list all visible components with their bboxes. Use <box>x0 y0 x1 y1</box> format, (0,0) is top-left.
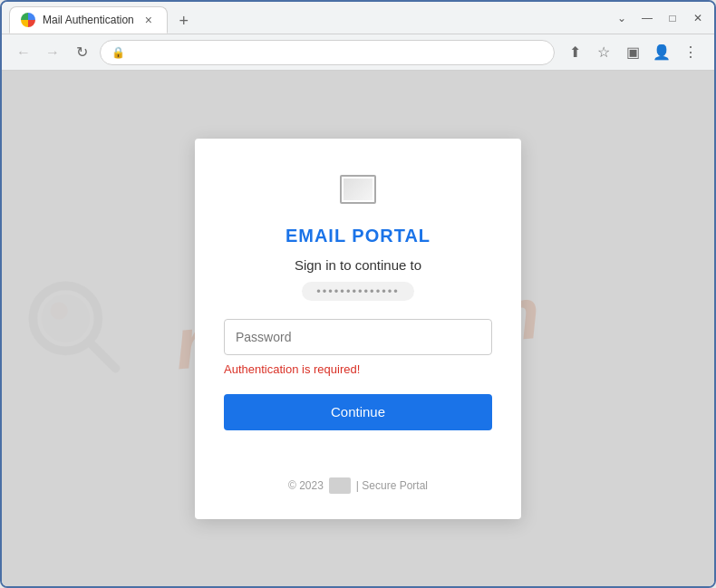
browser-window: Mail Authentication × + ⌄ — □ ✕ ← → ↻ 🔒 … <box>0 0 716 588</box>
active-tab[interactable]: Mail Authentication × <box>9 6 168 34</box>
reload-icon: ↻ <box>76 43 88 61</box>
new-tab-button[interactable]: + <box>171 8 197 34</box>
footer-copyright: © 2023 <box>288 479 324 492</box>
address-bar: ← → ↻ 🔒 ⬆ ☆ ▣ 👤 ⋮ <box>2 34 714 71</box>
toolbar-icons: ⬆ ☆ ▣ 👤 ⋮ <box>562 40 703 65</box>
bookmark-icon[interactable]: ☆ <box>591 40 616 65</box>
login-modal: EMAIL PORTAL Sign in to continue to ••••… <box>195 139 521 519</box>
tabs-area: Mail Authentication × + <box>9 2 613 34</box>
email-display: •••••••••••••• <box>302 282 414 301</box>
svg-point-1 <box>42 294 90 342</box>
footer-suffix: | Secure Portal <box>356 479 428 492</box>
profile-icon[interactable]: 👤 <box>649 40 674 65</box>
password-input[interactable] <box>224 319 492 355</box>
close-button[interactable]: ✕ <box>689 12 707 24</box>
tab-title: Mail Authentication <box>43 14 134 26</box>
sidebar-icon[interactable]: ▣ <box>620 40 645 65</box>
maximize-button[interactable]: □ <box>663 12 682 24</box>
magnifier-watermark <box>20 273 129 385</box>
svg-line-3 <box>91 343 116 369</box>
lock-icon: 🔒 <box>111 46 125 59</box>
logo-area <box>336 168 380 211</box>
menu-icon[interactable]: ⋮ <box>678 40 703 65</box>
footer: © 2023 | Secure Portal <box>288 448 428 494</box>
continue-button[interactable]: Continue <box>224 394 492 430</box>
footer-logo <box>329 477 351 494</box>
page-content: riskR.com EMAIL PORTAL Sign in to contin… <box>2 71 714 586</box>
svg-point-2 <box>51 302 68 319</box>
back-button[interactable]: ← <box>13 42 34 63</box>
title-bar: Mail Authentication × + ⌄ — □ ✕ <box>2 2 714 34</box>
logo-image <box>340 175 376 204</box>
reload-button[interactable]: ↻ <box>71 42 92 63</box>
forward-button[interactable]: → <box>42 42 63 63</box>
back-icon: ← <box>16 44 31 61</box>
forward-icon: → <box>45 44 60 61</box>
tab-close-button[interactable]: × <box>141 13 156 27</box>
minimize-button[interactable]: — <box>638 12 656 24</box>
sign-in-text: Sign in to continue to <box>295 257 421 273</box>
portal-title: EMAIL PORTAL <box>285 226 431 246</box>
window-controls: ⌄ — □ ✕ <box>613 12 707 24</box>
error-message: Authentication is required! <box>224 362 492 376</box>
chevron-down-icon[interactable]: ⌄ <box>613 12 631 24</box>
share-icon[interactable]: ⬆ <box>562 40 587 65</box>
tab-favicon <box>21 13 35 27</box>
address-bar-input[interactable]: 🔒 <box>100 40 555 65</box>
